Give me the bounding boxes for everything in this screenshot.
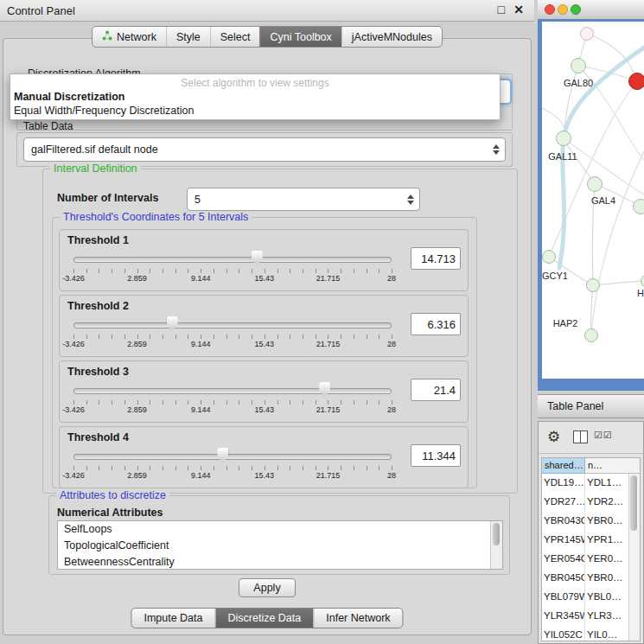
- checkbox-icons[interactable]: ☑☑: [594, 430, 613, 441]
- table-cell-shared-name[interactable]: YBR043C: [542, 512, 585, 531]
- apply-button[interactable]: Apply: [239, 578, 296, 597]
- network-node[interactable]: [628, 73, 644, 90]
- mac-minimize-icon[interactable]: [558, 4, 568, 15]
- table-row[interactable]: YDL19…YDL1…: [542, 474, 640, 493]
- column-header-shared-name[interactable]: shared…: [542, 458, 585, 474]
- scale-label: 9.144: [191, 471, 211, 480]
- threshold-label: Threshold 4: [67, 431, 129, 443]
- number-of-intervals-combobox[interactable]: 5: [187, 188, 420, 211]
- control-panel-titlebar: Control Panel □ ✕: [0, 0, 534, 22]
- bottom-tab-discretize-data[interactable]: Discretize Data: [215, 609, 314, 628]
- threshold-label: Threshold 2: [67, 300, 129, 312]
- table-row[interactable]: YER054CYER0…: [542, 550, 640, 569]
- scale-label: 21.715: [316, 471, 341, 480]
- mac-zoom-icon[interactable]: [571, 4, 581, 15]
- combo-stepper-icon: [493, 144, 500, 155]
- table-row[interactable]: YPR145WYPR1…: [542, 531, 640, 550]
- network-node[interactable]: [586, 278, 600, 292]
- slider-thumb[interactable]: [319, 382, 330, 397]
- slider-track[interactable]: [73, 454, 392, 460]
- network-node-gal11[interactable]: [556, 131, 571, 146]
- attribute-list-item-selfloops[interactable]: SelfLoops: [58, 521, 502, 538]
- table-panel-header[interactable]: Table Panel: [538, 394, 644, 418]
- table-cell-shared-name[interactable]: YLR345W: [542, 607, 585, 626]
- column-header-name[interactable]: n…: [585, 458, 640, 474]
- tab-label: jActiveMNodules: [352, 31, 432, 43]
- threshold-value-field[interactable]: 21.4: [411, 379, 461, 401]
- slider-track[interactable]: [73, 322, 392, 328]
- attribute-list-item-topologicalcoefficient[interactable]: TopologicalCoefficient: [58, 538, 502, 554]
- attribute-list-item-betweennesscentrality[interactable]: BetweennessCentrality: [58, 554, 502, 570]
- table-row[interactable]: YIL052CYIL0…: [542, 626, 640, 641]
- table-cell-shared-name[interactable]: YDL19…: [542, 474, 585, 493]
- table-row[interactable]: YBR045CYBR0…: [542, 569, 640, 588]
- threshold-value-field[interactable]: 14.713: [411, 247, 461, 270]
- table-cell-shared-name[interactable]: YIL052C: [542, 626, 585, 641]
- tab-jactivemnodules[interactable]: jActiveMNodules: [341, 27, 442, 47]
- table-toolbar: ⚙ ☑☑: [539, 422, 643, 454]
- network-node-gcy1[interactable]: [542, 250, 556, 264]
- table-cell-shared-name[interactable]: YER054C: [542, 550, 585, 569]
- network-window-titlebar: [538, 0, 644, 20]
- attributes-scrollbar[interactable]: [490, 521, 502, 569]
- numerical-attributes-list[interactable]: SelfLoopsTopologicalCoefficientBetweenne…: [57, 520, 503, 570]
- network-node-gal80[interactable]: [571, 58, 586, 73]
- scale-label: 9.144: [191, 340, 211, 348]
- bottom-tab-infer-network[interactable]: Infer Network: [313, 609, 402, 628]
- table-row[interactable]: YBR043CYBR0…: [542, 512, 640, 531]
- slider-thumb[interactable]: [167, 316, 178, 331]
- threshold-slider[interactable]: [73, 250, 392, 267]
- mac-close-icon[interactable]: [545, 4, 555, 15]
- slider-scale: -3.4262.8599.14415.4321.71528: [73, 471, 392, 481]
- threshold-value-field[interactable]: 6.316: [411, 313, 461, 335]
- network-icon: [102, 30, 112, 43]
- attributes-scrollbar-thumb[interactable]: [493, 523, 500, 545]
- gear-icon[interactable]: ⚙: [547, 428, 560, 446]
- table-row[interactable]: YDR27…YDR2…: [542, 493, 640, 512]
- threshold-value-field[interactable]: 11.344: [411, 444, 461, 467]
- slider-thumb[interactable]: [217, 448, 228, 462]
- tab-network[interactable]: Network: [92, 27, 166, 47]
- node-label: H: [637, 288, 644, 298]
- scale-label: 9.144: [191, 274, 211, 283]
- slider-track[interactable]: [73, 257, 392, 263]
- network-canvas[interactable]: GAL80GAL11GAL4GCY1HAP2H: [542, 22, 644, 379]
- threshold-panels: Threshold 1-3.4262.8599.14415.4321.71528…: [59, 229, 469, 492]
- threshold-slider[interactable]: [73, 381, 392, 399]
- algorithm-option-equal-width-frequency-discretization[interactable]: Equal Width/Frequency Discretization: [10, 104, 500, 118]
- network-node-hap2[interactable]: [584, 328, 598, 342]
- threshold-slider[interactable]: [73, 316, 392, 333]
- scale-label: -3.426: [62, 274, 85, 283]
- threshold-label: Threshold 1: [67, 234, 129, 246]
- columns-icon[interactable]: [573, 430, 588, 443]
- network-node-gal4[interactable]: [587, 176, 603, 192]
- scale-label: 9.144: [191, 405, 211, 414]
- scale-label: -3.426: [62, 405, 85, 414]
- table-cell-shared-name[interactable]: YDR27…: [542, 493, 585, 512]
- slider-track[interactable]: [73, 388, 392, 394]
- table-scrollbar[interactable]: [628, 474, 640, 641]
- scale-label: 21.715: [316, 340, 341, 348]
- slider-thumb[interactable]: [252, 251, 263, 265]
- minimize-icon[interactable]: □: [498, 3, 505, 16]
- tab-style[interactable]: Style: [166, 27, 210, 47]
- scale-label: 28: [387, 340, 396, 348]
- table-data-label: Table Data: [23, 120, 73, 132]
- network-node[interactable]: [580, 27, 594, 41]
- algorithm-option-manual-discretization[interactable]: Manual Discretization: [10, 90, 500, 104]
- table-cell-shared-name[interactable]: YBL079W: [542, 588, 585, 607]
- scale-label: 28: [387, 471, 396, 480]
- table-scrollbar-thumb[interactable]: [630, 475, 637, 531]
- network-view-window: GAL80GAL11GAL4GCY1HAP2H: [538, 0, 644, 391]
- table-cell-shared-name[interactable]: YBR045C: [542, 569, 585, 588]
- tab-cyni-toolbox[interactable]: Cyni Toolbox: [259, 27, 341, 47]
- network-node[interactable]: [633, 199, 644, 214]
- table-row[interactable]: YLR345WYLR3…: [542, 607, 640, 626]
- bottom-tab-impute-data[interactable]: Impute Data: [131, 609, 214, 628]
- tab-select[interactable]: Select: [210, 27, 260, 47]
- close-icon[interactable]: ✕: [513, 3, 524, 16]
- table-data-combobox[interactable]: galFiltered.sif default node: [23, 137, 506, 162]
- threshold-slider[interactable]: [73, 447, 392, 464]
- table-row[interactable]: YBL079WYBL0…: [542, 588, 640, 607]
- table-cell-shared-name[interactable]: YPR145W: [542, 531, 585, 550]
